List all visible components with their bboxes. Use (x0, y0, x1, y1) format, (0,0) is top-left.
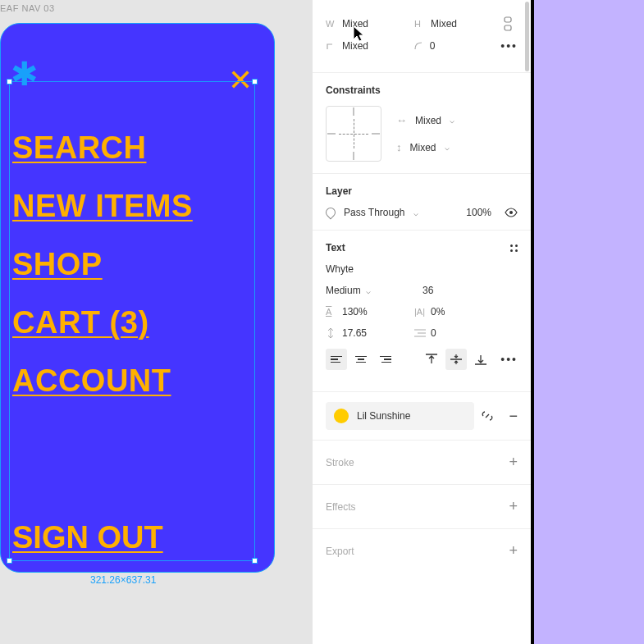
selection-outline (9, 81, 255, 561)
chevron-down-icon: ⌵ (450, 116, 454, 125)
scrollbar-thumb[interactable] (525, 2, 529, 71)
selection-handle[interactable] (7, 558, 12, 564)
add-effect-icon[interactable]: + (509, 498, 518, 515)
visibility-icon[interactable] (505, 208, 518, 217)
constraints-section: Constraints ↔ Mixed ⌵ ↕ (313, 73, 531, 174)
export-section[interactable]: Export + (313, 529, 531, 573)
selection-handle[interactable] (7, 79, 12, 84)
blend-mode-value[interactable]: Pass Through (344, 207, 405, 218)
letter-spacing-value[interactable]: 0% (431, 306, 445, 317)
design-canvas[interactable]: EAF NAV 03 ✱ ✕ SEARCH NEW ITEMS SHOP CAR… (0, 0, 312, 644)
blend-mode-icon (324, 206, 338, 220)
line-height-icon: A (326, 307, 337, 317)
letter-spacing-icon: |A| (414, 307, 426, 317)
align-center-button[interactable] (350, 349, 372, 370)
selection-handle[interactable] (252, 79, 258, 84)
svg-rect-1 (505, 25, 511, 30)
text-title: Text (326, 242, 345, 253)
radius-value[interactable]: 0 (430, 40, 436, 52)
width-label: W (326, 19, 337, 29)
scrollbar[interactable] (524, 0, 531, 230)
layer-section: Layer Pass Through ⌵ 100% (313, 174, 531, 231)
fill-style-row[interactable]: Lil Sunshine (326, 402, 474, 430)
vertical-constraint-dropdown[interactable]: ↕ Mixed ⌵ (396, 141, 454, 153)
paragraph-indent-value[interactable]: 0 (431, 327, 436, 339)
add-stroke-icon[interactable]: + (509, 454, 518, 471)
effects-title: Effects (326, 501, 355, 513)
properties-panel: W Mixed H Mixed Mixed 0 (312, 0, 532, 644)
vertical-constraint-value: Mixed (410, 142, 436, 153)
effects-section[interactable]: Effects + (313, 485, 531, 529)
adjacent-canvas-area[interactable] (532, 0, 644, 644)
rotation-value[interactable]: Mixed (342, 40, 368, 52)
height-value[interactable]: Mixed (431, 18, 457, 30)
more-options-icon[interactable]: ••• (500, 39, 518, 53)
align-middle-button[interactable] (445, 349, 467, 370)
detach-style-icon[interactable] (481, 409, 494, 422)
height-label: H (414, 19, 426, 29)
color-swatch[interactable] (334, 409, 349, 423)
align-top-button[interactable] (421, 349, 442, 370)
text-align-horizontal (326, 349, 396, 370)
constraint-widget[interactable] (326, 106, 381, 162)
add-export-icon[interactable]: + (509, 542, 518, 560)
paragraph-spacing-icon (326, 327, 337, 339)
chevron-down-icon: ⌵ (366, 286, 371, 295)
chevron-down-icon: ⌵ (413, 208, 418, 217)
line-height-value[interactable]: 130% (342, 306, 368, 317)
export-title: Export (326, 546, 354, 557)
svg-point-2 (509, 211, 513, 214)
radius-icon (413, 41, 425, 51)
paragraph-spacing-value[interactable]: 17.65 (342, 327, 367, 339)
frame-label: EAF NAV 03 (0, 3, 55, 13)
text-section: Text Whyte Medium ⌵ 36 A 130% |A| 0% (313, 231, 531, 392)
vertical-arrow-icon: ↕ (396, 141, 402, 153)
horizontal-constraint-dropdown[interactable]: ↔ Mixed ⌵ (396, 114, 454, 126)
font-size-value[interactable]: 36 (422, 285, 433, 296)
paragraph-indent-icon (414, 328, 426, 338)
style-options-icon[interactable] (510, 244, 518, 252)
horizontal-arrow-icon: ↔ (396, 114, 407, 126)
link-dimensions-icon[interactable] (503, 16, 513, 31)
layer-title: Layer (326, 185, 518, 197)
selection-dimensions: 321.26×637.31 (90, 574, 156, 586)
width-value[interactable]: Mixed (342, 18, 368, 30)
nav-frame[interactable]: ✱ ✕ SEARCH NEW ITEMS SHOP CART (3) ACCOU… (0, 23, 275, 573)
stroke-title: Stroke (326, 457, 354, 468)
stroke-section[interactable]: Stroke + (313, 441, 531, 485)
font-weight-value[interactable]: Medium (326, 285, 361, 296)
chevron-down-icon: ⌵ (445, 143, 450, 152)
text-align-vertical (421, 349, 491, 370)
fill-section: Lil Sunshine − (313, 392, 531, 441)
dimensions-section: W Mixed H Mixed Mixed 0 (313, 0, 531, 73)
remove-fill-icon[interactable]: − (509, 408, 518, 425)
svg-rect-0 (505, 17, 511, 22)
rotation-icon (326, 41, 337, 51)
selection-handle[interactable] (252, 558, 258, 564)
color-style-name: Lil Sunshine (357, 410, 410, 422)
align-right-button[interactable] (375, 349, 396, 370)
opacity-value[interactable]: 100% (466, 207, 491, 218)
font-family-value[interactable]: Whyte (326, 263, 354, 275)
horizontal-constraint-value: Mixed (415, 115, 441, 126)
more-text-options-icon[interactable]: ••• (500, 353, 518, 366)
constraints-title: Constraints (326, 84, 518, 96)
align-bottom-button[interactable] (470, 349, 491, 370)
align-left-button[interactable] (326, 349, 347, 370)
